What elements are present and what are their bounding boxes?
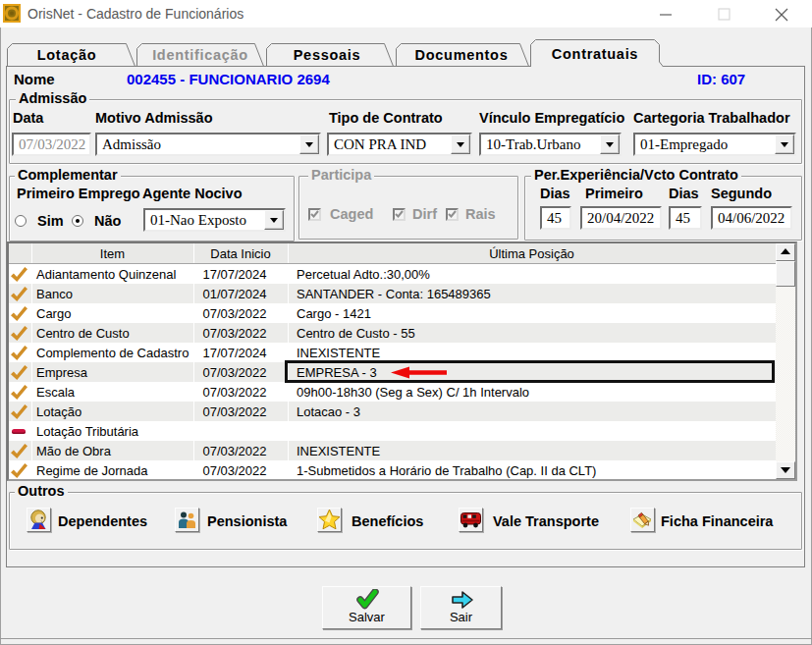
svg-text:Contratuais: Contratuais — [552, 46, 638, 62]
